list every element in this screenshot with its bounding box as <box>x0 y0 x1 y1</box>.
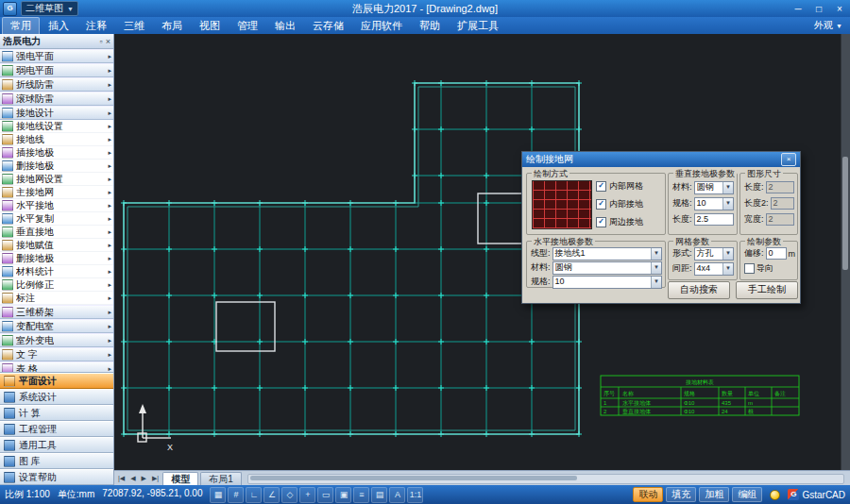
checkbox[interactable]: ✓ <box>596 199 606 210</box>
horizontal-param-combo[interactable]: 接地线1▼ <box>552 247 662 260</box>
sidebar-item[interactable]: 接地设计▸ <box>0 106 113 120</box>
osnap-toggle[interactable]: ◇ <box>281 487 298 503</box>
vertical-param-combo[interactable]: 10▼ <box>694 197 734 210</box>
category-button[interactable]: 图 库 <box>0 453 113 469</box>
category-button[interactable]: 工程管理 <box>0 421 113 437</box>
combo-arrow-icon[interactable]: ▼ <box>651 262 661 274</box>
sidebar-item[interactable]: 插接地极▸ <box>0 146 113 160</box>
prev-tab-icon[interactable]: ◀ <box>128 475 137 482</box>
snap-toggle[interactable]: ▦ <box>210 487 226 503</box>
sidebar-item[interactable]: 材料统计▸ <box>0 265 113 278</box>
menu-tab-1[interactable]: 常用 <box>2 17 40 35</box>
sidebar-item[interactable]: 水平复制▸ <box>0 212 113 226</box>
sidebar-item[interactable]: 水平接地▸ <box>0 199 113 212</box>
minimize-button[interactable]: ─ <box>788 1 808 16</box>
category-button[interactable]: 平面设计 <box>0 373 113 389</box>
first-tab-icon[interactable]: |◀ <box>116 475 127 482</box>
sidebar-item[interactable]: 表 格▸ <box>0 361 113 373</box>
category-button[interactable]: 系统设计 <box>0 389 113 405</box>
polar-toggle[interactable]: ∠ <box>264 487 280 503</box>
sidebar-item[interactable]: 接地赋值▸ <box>0 239 113 252</box>
toggle-加粗[interactable]: 加粗 <box>699 487 729 502</box>
pin-icon[interactable]: ▫ <box>100 37 103 46</box>
combo-arrow-icon[interactable]: ▼ <box>722 182 733 193</box>
sidebar-item[interactable]: 变配电室▸ <box>0 319 113 333</box>
scale-indicator[interactable]: 比例 1:100 <box>5 488 50 501</box>
menu-tab-8[interactable]: 输出 <box>266 17 304 35</box>
app-logo-icon[interactable]: G <box>3 2 17 16</box>
vertical-param-combo[interactable]: 圆钢▼ <box>694 181 734 194</box>
guide-checkbox[interactable] <box>744 263 755 274</box>
sidebar-item[interactable]: 弱电平面▸ <box>0 63 113 77</box>
model-tab[interactable]: 模型 <box>162 472 198 486</box>
grid-param-combo[interactable]: 方孔▼ <box>694 247 734 260</box>
grid-toggle[interactable]: # <box>228 487 244 503</box>
combo-arrow-icon[interactable]: ▼ <box>722 263 733 275</box>
category-button[interactable]: 通用工具 <box>0 437 113 453</box>
sidebar-item[interactable]: 接地网设置▸ <box>0 173 113 186</box>
sidebar-item[interactable]: 室外变电▸ <box>0 333 113 347</box>
dyn-toggle[interactable]: ▣ <box>335 487 351 503</box>
toggle-联动[interactable]: 联动 <box>633 487 663 502</box>
sidebar-item[interactable]: 删接地极▸ <box>0 160 113 173</box>
workspace-select[interactable]: 二维草图 ▼ <box>21 1 78 16</box>
menu-tab-10[interactable]: 应用软件 <box>352 17 411 35</box>
toggle-填充[interactable]: 填充 <box>666 487 696 502</box>
menu-tab-5[interactable]: 布局 <box>153 17 191 35</box>
combo-arrow-icon[interactable]: ▼ <box>722 248 733 260</box>
horizontal-scrollbar[interactable] <box>247 474 844 484</box>
sidebar-item[interactable]: 三维桥架▸ <box>0 305 113 319</box>
checkbox[interactable]: ✓ <box>596 181 606 192</box>
menu-tab-7[interactable]: 管理 <box>229 17 266 35</box>
sidebar-item[interactable]: 文 字▸ <box>0 347 113 361</box>
sidebar-item[interactable]: 滚球防雷▸ <box>0 92 113 106</box>
close-button[interactable]: × <box>829 1 850 16</box>
menu-tab-2[interactable]: 插入 <box>40 17 77 35</box>
manual-draw-button[interactable]: 手工绘制 <box>736 281 798 299</box>
sidebar-item[interactable]: 删接地极▸ <box>0 252 113 265</box>
layout1-tab[interactable]: 布局1 <box>200 472 242 486</box>
checkbox[interactable]: ✓ <box>596 217 606 227</box>
menu-tab-9[interactable]: 云存储 <box>304 17 352 35</box>
maximize-button[interactable]: □ <box>808 1 829 16</box>
dialog-title-bar[interactable]: 绘制接地网 × <box>522 152 800 167</box>
annotation-toggle[interactable]: A <box>389 487 405 503</box>
menu-tab-6[interactable]: 视图 <box>191 17 229 35</box>
horizontal-param-combo[interactable]: 圆钢▼ <box>552 261 662 275</box>
next-tab-icon[interactable]: ▶ <box>140 475 148 482</box>
combo-arrow-icon[interactable]: ▼ <box>722 198 733 210</box>
ratio-toggle[interactable]: 1:1 <box>407 487 423 503</box>
menu-tab-3[interactable]: 注释 <box>77 17 115 35</box>
scrollbar-thumb[interactable] <box>842 157 848 270</box>
sidebar-item[interactable]: 主接地网▸ <box>0 186 113 199</box>
sidebar-item[interactable]: 折线防雷▸ <box>0 77 113 92</box>
scrollbar-thumb[interactable] <box>250 476 578 480</box>
combo-arrow-icon[interactable]: ▼ <box>651 277 661 288</box>
lightbulb-icon[interactable] <box>770 490 780 500</box>
appearance-menu[interactable]: 外观 ▼ <box>814 19 848 32</box>
last-tab-icon[interactable]: ▶| <box>150 475 161 482</box>
grid-param-combo[interactable]: 4x4▼ <box>694 262 734 276</box>
close-icon[interactable]: × <box>106 37 110 46</box>
menu-tab-4[interactable]: 三维 <box>115 17 153 35</box>
menu-tab-11[interactable]: 帮助 <box>411 17 449 35</box>
vertical-scrollbar[interactable] <box>841 34 850 470</box>
category-button[interactable]: 计 算 <box>0 405 113 421</box>
sidebar-item[interactable]: 接地线设置▸ <box>0 120 113 133</box>
auto-search-button[interactable]: 自动搜索 <box>668 281 730 299</box>
horizontal-param-combo[interactable]: 10▼ <box>552 276 662 289</box>
combo-arrow-icon[interactable]: ▼ <box>651 248 661 260</box>
sidebar-item[interactable]: 接地线▸ <box>0 133 113 146</box>
vertical-param-input[interactable]: 2.5 <box>694 213 734 226</box>
dialog-close-button[interactable]: × <box>781 153 796 166</box>
drawing-canvas[interactable]: X 接地材料表序号名称规格数量单位备注1水平接地体Φ10435m2垂直接地体Φ1… <box>114 34 850 470</box>
otrack-toggle[interactable]: + <box>299 487 315 503</box>
category-button[interactable]: 设置帮助 <box>0 469 113 485</box>
menu-tab-12[interactable]: 扩展工具 <box>449 17 507 35</box>
sidebar-item[interactable]: 标注▸ <box>0 292 113 305</box>
lineweight-toggle[interactable]: ≡ <box>353 487 369 503</box>
sidebar-item[interactable]: 强电平面▸ <box>0 49 113 63</box>
ortho-toggle[interactable]: ∟ <box>246 487 262 503</box>
offset-input[interactable]: 0 <box>766 247 787 260</box>
properties-toggle[interactable]: ▤ <box>371 487 387 503</box>
